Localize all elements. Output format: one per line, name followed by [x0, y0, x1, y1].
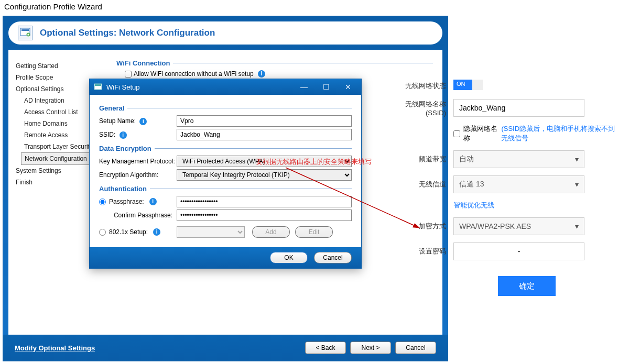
cancel-button[interactable]: Cancel: [395, 341, 436, 354]
info-icon[interactable]: i: [149, 198, 157, 205]
bandwidth-select[interactable]: 自动▾: [453, 150, 584, 168]
dialog-titlebar[interactable]: WiFi Setup — ☐ ✕: [90, 79, 361, 95]
algo-select[interactable]: Temporal Key Integrity Protocol (TKIP): [177, 169, 352, 181]
algo-label: Encryption Algorithm:: [99, 171, 177, 179]
edit-button: Edit: [295, 226, 333, 238]
section-auth: Authentication: [99, 185, 147, 193]
wifi-status-toggle[interactable]: ON: [453, 80, 483, 90]
router-ssid-input[interactable]: [453, 99, 584, 117]
window-title: Configuration Profile Wizard: [0, 0, 629, 13]
password-label: 设置密码: [388, 247, 453, 256]
dot1x-radio-label[interactable]: 802.1x Setup: i: [99, 228, 177, 236]
dialog-title: WiFi Setup: [106, 83, 140, 91]
wifi-setup-dialog: WiFi Setup — ☐ ✕ General Setup Name: i S…: [89, 79, 362, 269]
close-icon[interactable]: ✕: [339, 81, 357, 93]
wifi-status-label: 无线网络状态: [388, 81, 453, 91]
svg-rect-3: [28, 34, 29, 36]
svg-rect-1: [21, 29, 29, 31]
ssid-input[interactable]: [177, 129, 352, 140]
confirm-passphrase-label: Confirm Passphrase:: [99, 212, 177, 219]
allow-wifi-checkbox[interactable]: [125, 71, 132, 78]
setup-name-label: Setup Name: i: [99, 117, 177, 125]
maximize-icon[interactable]: ☐: [317, 81, 335, 93]
dialog-icon: [94, 83, 102, 91]
confirm-passphrase-input[interactable]: [177, 209, 352, 221]
add-button: Add: [252, 226, 290, 238]
info-icon[interactable]: i: [153, 228, 160, 236]
hide-ssid-checkbox[interactable]: [453, 130, 460, 137]
info-icon[interactable]: i: [258, 70, 265, 78]
svg-rect-5: [95, 84, 101, 86]
chevron-down-icon: ▾: [575, 222, 579, 230]
modify-link[interactable]: Modify Optional Settings: [15, 344, 95, 352]
encryption-label: 加密方式: [388, 222, 453, 231]
kmp-label: Key Management Protocol:: [99, 158, 177, 165]
section-label: WiFi Connection: [116, 59, 170, 67]
ssid-label: SSID: i: [99, 131, 177, 139]
bandwidth-label: 频道带宽: [388, 155, 453, 164]
wizard-footer: Modify Optional Settings < Back Next > C…: [3, 335, 448, 361]
section-general: General: [99, 104, 124, 112]
allow-wifi-label: Allow WiFi connection without a WiFi set…: [134, 70, 254, 78]
passphrase-radio-label[interactable]: Passphrase: i: [99, 198, 177, 205]
header-icon: [18, 26, 32, 40]
section-wifi-connection: WiFi Connection: [116, 59, 433, 67]
router-ssid-label: 无线网络名称(SSID): [388, 100, 453, 117]
section-encryption: Data Encryption: [99, 145, 151, 152]
chevron-down-icon: ▾: [575, 180, 579, 189]
minimize-icon[interactable]: —: [295, 81, 313, 93]
next-button[interactable]: Next >: [350, 341, 391, 354]
encryption-select[interactable]: WPA/WPA2-PSK AES▾: [453, 217, 584, 235]
passphrase-input[interactable]: [177, 196, 352, 207]
passphrase-radio[interactable]: [99, 198, 106, 205]
wizard-header: Optional Settings: Network Configuration: [8, 21, 442, 45]
optimize-link[interactable]: 智能优化无线: [453, 201, 494, 209]
dot1x-radio[interactable]: [99, 229, 106, 236]
back-button[interactable]: < Back: [305, 341, 346, 354]
router-panel: 无线网络状态 ON 无线网络名称(SSID) 隐藏网络名称 (SSID隐藏后，电…: [383, 68, 626, 300]
ok-button[interactable]: OK: [270, 252, 308, 263]
setup-name-input[interactable]: [177, 115, 352, 127]
hide-ssid-label: 隐藏网络名称: [463, 124, 498, 143]
dialog-cancel-button[interactable]: Cancel: [314, 252, 352, 263]
sidebar-item-getting-started[interactable]: Getting Started: [8, 60, 107, 72]
chevron-down-icon: ▾: [575, 155, 579, 163]
router-password-input[interactable]: [453, 242, 584, 260]
router-submit-button[interactable]: 确定: [498, 276, 556, 296]
info-icon[interactable]: i: [139, 118, 147, 125]
wizard-title: Optional Settings: Network Configuration: [40, 28, 215, 38]
channel-select[interactable]: 信道 13▾: [453, 175, 584, 193]
dot1x-select: [177, 226, 245, 238]
toggle-on-label: ON: [457, 81, 465, 87]
hide-ssid-note: (SSID隐藏后，电脑和手机将搜索不到无线信号: [501, 124, 621, 143]
kmp-select[interactable]: WiFi Protected Access (WPA): [177, 156, 352, 167]
info-icon[interactable]: i: [120, 131, 127, 139]
channel-label: 无线信道: [388, 180, 453, 189]
